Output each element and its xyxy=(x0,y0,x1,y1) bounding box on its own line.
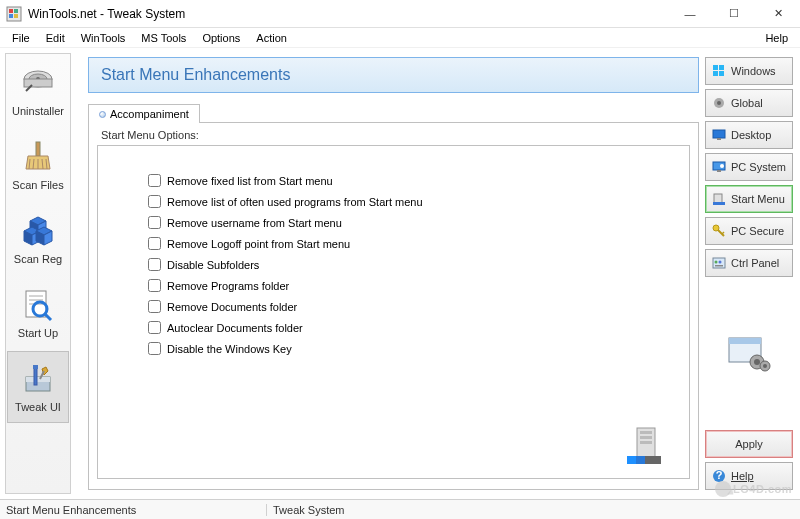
svg-text:?: ? xyxy=(716,469,723,481)
svg-rect-27 xyxy=(640,436,652,439)
sidebar-item-label: Scan Files xyxy=(12,179,63,191)
status-right: Tweak System xyxy=(266,504,794,516)
menu-edit[interactable]: Edit xyxy=(38,30,73,46)
category-windows[interactable]: Windows xyxy=(705,57,793,85)
option-checkbox[interactable] xyxy=(148,174,161,187)
svg-rect-34 xyxy=(713,71,718,76)
svg-line-47 xyxy=(722,232,724,234)
settings-decoration-icon xyxy=(725,334,773,374)
svg-rect-2 xyxy=(14,9,18,13)
sidebar-item-tweakui[interactable]: Tweak UI xyxy=(7,351,69,423)
key-icon xyxy=(712,224,726,238)
svg-rect-31 xyxy=(636,456,645,464)
sidebar-item-scanfiles[interactable]: Scan Files xyxy=(7,129,69,201)
option-checkbox[interactable] xyxy=(148,321,161,334)
sidebar-item-startup[interactable]: Start Up xyxy=(7,277,69,349)
option-checkbox[interactable] xyxy=(148,216,161,229)
svg-point-55 xyxy=(754,359,760,365)
sidebar-item-scanreg[interactable]: Scan Reg xyxy=(7,203,69,275)
option-row: Disable Subfolders xyxy=(148,258,677,271)
menu-mstools[interactable]: MS Tools xyxy=(133,30,194,46)
svg-rect-22 xyxy=(26,377,50,382)
option-checkbox[interactable] xyxy=(148,195,161,208)
category-pcsecure[interactable]: PC Secure xyxy=(705,217,793,245)
svg-rect-9 xyxy=(36,142,40,156)
svg-rect-41 xyxy=(717,170,721,172)
option-label: Remove Documents folder xyxy=(167,301,297,313)
sidebar-item-uninstaller[interactable]: Uninstaller xyxy=(7,55,69,127)
sidebar-item-label: Scan Reg xyxy=(14,253,62,265)
minimize-button[interactable]: — xyxy=(668,0,712,28)
apply-label: Apply xyxy=(735,438,763,450)
option-label: Remove Logoff point from Start menu xyxy=(167,238,350,250)
tab-row: Accompaniment xyxy=(88,103,699,122)
option-checkbox[interactable] xyxy=(148,258,161,271)
startmenu-icon xyxy=(712,192,726,206)
category-startmenu[interactable]: Start Menu xyxy=(705,185,793,213)
svg-rect-1 xyxy=(9,9,13,13)
option-row: Remove fixed list from Start menu xyxy=(148,174,677,187)
tab-dot-icon xyxy=(99,111,106,118)
option-label: Autoclear Documents folder xyxy=(167,322,303,334)
option-label: Remove username from Start menu xyxy=(167,217,342,229)
menu-action[interactable]: Action xyxy=(248,30,295,46)
svg-rect-51 xyxy=(715,265,723,267)
svg-rect-8 xyxy=(24,79,52,87)
category-label: Global xyxy=(731,97,763,109)
window-controls: — ☐ ✕ xyxy=(668,0,800,28)
option-row: Disable the Windows Key xyxy=(148,342,677,355)
page-title: Start Menu Enhancements xyxy=(101,66,686,84)
option-row: Remove Documents folder xyxy=(148,300,677,313)
svg-point-49 xyxy=(715,261,718,264)
options-groupbox: Start Menu Options: Remove fixed list fr… xyxy=(88,122,699,490)
maximize-button[interactable]: ☐ xyxy=(712,0,756,28)
category-global[interactable]: Global xyxy=(705,89,793,117)
status-bar: Start Menu Enhancements Tweak System xyxy=(0,499,800,519)
option-row: Remove username from Start menu xyxy=(148,216,677,229)
category-pcsystem[interactable]: PC System xyxy=(705,153,793,181)
svg-rect-53 xyxy=(729,338,761,344)
category-label: Start Menu xyxy=(731,193,785,205)
option-row: Remove Logoff point from Start menu xyxy=(148,237,677,250)
option-checkbox[interactable] xyxy=(148,279,161,292)
tab-accompaniment[interactable]: Accompaniment xyxy=(88,104,200,123)
apply-button[interactable]: Apply xyxy=(705,430,793,458)
monitor-icon xyxy=(712,128,726,142)
svg-point-37 xyxy=(717,101,721,105)
option-checkbox[interactable] xyxy=(148,300,161,313)
pc-system-icon xyxy=(712,160,726,174)
toolbox-icon xyxy=(20,361,56,397)
search-doc-icon xyxy=(20,287,56,323)
sidebar-item-label: Start Up xyxy=(18,327,58,339)
category-label: Ctrl Panel xyxy=(731,257,779,269)
menu-wintools[interactable]: WinTools xyxy=(73,30,134,46)
option-checkbox[interactable] xyxy=(148,342,161,355)
svg-rect-33 xyxy=(719,65,724,70)
status-left: Start Menu Enhancements xyxy=(6,504,266,516)
tab-label: Accompaniment xyxy=(110,108,189,120)
svg-rect-4 xyxy=(14,14,18,18)
option-label: Disable the Windows Key xyxy=(167,343,292,355)
category-label: PC System xyxy=(731,161,786,173)
menu-file[interactable]: File xyxy=(4,30,38,46)
menu-options[interactable]: Options xyxy=(194,30,248,46)
window-title: WinTools.net - Tweak System xyxy=(28,7,668,21)
help-label: Help xyxy=(731,470,754,482)
category-ctrlpanel[interactable]: Ctrl Panel xyxy=(705,249,793,277)
category-desktop[interactable]: Desktop xyxy=(705,121,793,149)
svg-rect-26 xyxy=(640,431,652,434)
option-row: Autoclear Documents folder xyxy=(148,321,677,334)
option-row: Remove Programs folder xyxy=(148,279,677,292)
help-icon: ? xyxy=(712,469,726,483)
sidebar-item-label: Uninstaller xyxy=(12,105,64,117)
menu-help[interactable]: Help xyxy=(757,30,796,46)
right-sidebar: Windows Global Desktop PC System Start M… xyxy=(703,53,795,494)
category-label: Windows xyxy=(731,65,776,77)
option-checkbox[interactable] xyxy=(148,237,161,250)
option-label: Remove list of often used programs from … xyxy=(167,196,423,208)
close-button[interactable]: ✕ xyxy=(756,0,800,28)
svg-line-20 xyxy=(45,314,51,320)
panel-icon xyxy=(712,256,726,270)
help-button[interactable]: ? Help xyxy=(705,462,793,490)
cubes-icon xyxy=(20,213,56,249)
